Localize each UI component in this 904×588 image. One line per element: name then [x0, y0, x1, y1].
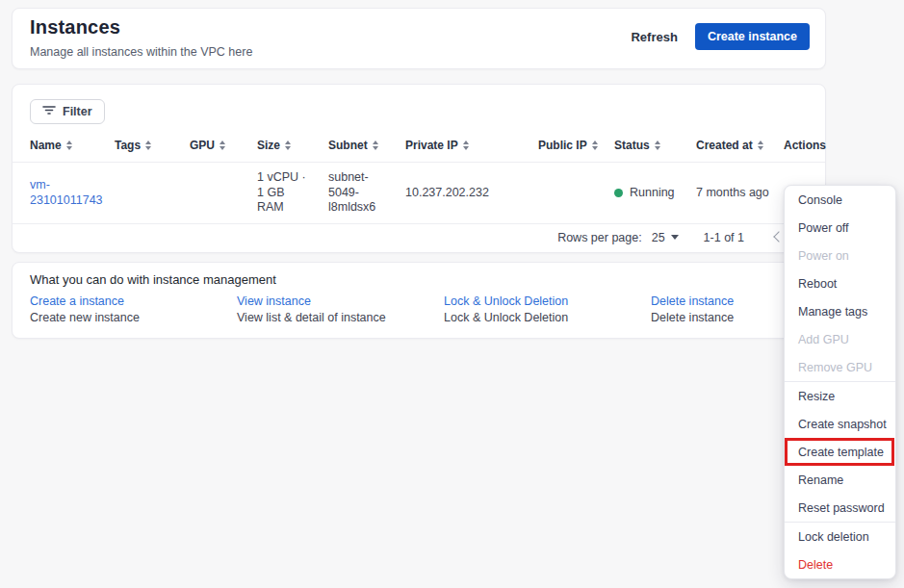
page-subtitle: Manage all instances within the VPC here [30, 45, 252, 59]
menu-item-label: Rename [798, 473, 843, 487]
col-header-actions: Actions [784, 139, 826, 152]
rows-per-page-label: Rows per page: [557, 231, 642, 244]
sort-icon [145, 141, 151, 150]
filter-icon [42, 105, 56, 118]
menu-item-label: Create template [798, 446, 884, 459]
cell-status: Running [614, 186, 696, 201]
view-instance-link[interactable]: View instance [237, 294, 444, 310]
col-header-tags[interactable]: Tags [115, 139, 190, 152]
col-label: Subnet [328, 139, 368, 152]
table-row: vm-23101011743 1 vCPU · 1 GB RAM subnet-… [13, 163, 825, 224]
cell-private-ip: 10.237.202.232 [405, 186, 538, 201]
help-item-desc: View list & detail of instance [237, 311, 386, 324]
help-item-desc: Create new instance [30, 311, 140, 324]
rows-per-page-value: 25 [652, 231, 665, 244]
instances-table-card: Filter Name Tags GPU Size Subnet Private… [12, 84, 826, 253]
menu-item-lock-deletion[interactable]: Lock deletion [785, 523, 895, 550]
help-item-lock: Lock & Unlock Deletion Lock & Unlock Del… [444, 294, 651, 326]
menu-item-reboot[interactable]: Reboot [785, 269, 895, 297]
menu-item-label: Lock deletion [798, 530, 869, 544]
table-header-row: Name Tags GPU Size Subnet Private IP Pub… [13, 129, 825, 163]
filter-button[interactable]: Filter [30, 99, 105, 124]
menu-item-label: Power off [798, 221, 849, 235]
col-label: Actions [784, 139, 826, 152]
col-header-size[interactable]: Size [257, 139, 328, 152]
sort-icon [655, 141, 660, 150]
refresh-button[interactable]: Refresh [627, 24, 681, 50]
menu-item-power-on: Power on [785, 242, 895, 269]
menu-item-reset-password[interactable]: Reset password [785, 494, 895, 522]
help-item-desc: Lock & Unlock Deletion [444, 311, 568, 324]
cell-name: vm-23101011743 [30, 178, 90, 208]
help-section-title: What you can do with instance management [30, 272, 276, 287]
menu-item-manage-tags[interactable]: Manage tags [785, 297, 895, 325]
help-item-desc: Delete instance [651, 311, 734, 324]
rows-per-page: Rows per page: 25 [557, 231, 678, 244]
menu-item-delete[interactable]: Delete [785, 550, 895, 578]
help-item-create: Create a instance Create new instance [30, 294, 237, 326]
sort-icon [463, 141, 469, 150]
help-item-view: View instance View list & detail of inst… [237, 294, 444, 326]
chevron-down-icon [671, 235, 679, 240]
create-instance-link[interactable]: Create a instance [30, 294, 237, 310]
pagination-range: 1-1 of 1 [704, 231, 744, 244]
menu-item-label: Manage tags [798, 305, 867, 319]
help-card: What you can do with instance management… [12, 262, 826, 339]
col-label: Private IP [405, 139, 458, 152]
menu-item-rename[interactable]: Rename [785, 466, 895, 494]
cell-created-at: 7 months ago [696, 186, 784, 201]
create-instance-button[interactable]: Create instance [695, 23, 810, 50]
menu-item-label: Console [798, 193, 842, 207]
col-label: Tags [115, 139, 141, 152]
menu-item-remove-gpu: Remove GPU [785, 353, 895, 381]
page-header-card: Instances Manage all instances within th… [12, 8, 826, 69]
col-header-status[interactable]: Status [614, 139, 696, 152]
menu-item-label: Power on [798, 249, 849, 263]
menu-item-label: Delete [798, 558, 833, 572]
filter-button-label: Filter [63, 105, 92, 118]
instance-actions-menu: Console Power off Power on Reboot Manage… [784, 185, 896, 579]
chevron-left-icon [773, 231, 784, 242]
sort-icon [592, 141, 598, 150]
col-header-private-ip[interactable]: Private IP [405, 139, 538, 152]
cell-size: 1 vCPU · 1 GB RAM [257, 170, 317, 216]
instance-name-link[interactable]: vm-23101011743 [30, 178, 103, 207]
menu-item-add-gpu: Add GPU [785, 325, 895, 353]
col-header-public-ip[interactable]: Public IP [538, 139, 614, 152]
sort-icon [758, 141, 763, 150]
col-header-name[interactable]: Name [30, 139, 115, 152]
col-header-created-at[interactable]: Created at [696, 139, 784, 152]
page-title: Instances [30, 16, 120, 38]
col-header-gpu[interactable]: GPU [190, 139, 257, 152]
menu-item-create-snapshot[interactable]: Create snapshot [785, 410, 895, 438]
sort-icon [66, 141, 72, 150]
lock-unlock-deletion-link[interactable]: Lock & Unlock Deletion [444, 294, 651, 310]
menu-item-label: Add GPU [798, 333, 849, 346]
col-header-subnet[interactable]: Subnet [328, 139, 405, 152]
menu-item-label: Reboot [798, 277, 837, 291]
status-label: Running [630, 186, 675, 201]
col-label: Status [614, 139, 650, 152]
sort-icon [220, 141, 225, 150]
pagination-bar: Rows per page: 25 1-1 of 1 [13, 222, 825, 252]
menu-item-resize[interactable]: Resize [785, 382, 895, 410]
cell-subnet: subnet-5049-l8mldsx6 [328, 170, 388, 216]
menu-item-console[interactable]: Console [785, 186, 895, 214]
col-label: GPU [190, 139, 215, 152]
menu-item-label: Resize [798, 390, 835, 403]
col-label: Created at [696, 139, 753, 152]
menu-item-label: Remove GPU [798, 361, 872, 374]
col-label: Size [257, 139, 280, 152]
sort-icon [373, 141, 378, 150]
rows-per-page-select[interactable]: 25 [652, 231, 679, 244]
help-links-grid: Create a instance Create new instance Vi… [30, 294, 815, 326]
header-actions: Refresh Create instance [627, 23, 810, 50]
col-label: Public IP [538, 139, 587, 152]
status-running-dot [614, 189, 623, 197]
menu-item-power-off[interactable]: Power off [785, 214, 895, 242]
col-label: Name [30, 139, 62, 152]
menu-item-label: Create snapshot [798, 418, 887, 431]
menu-item-create-template[interactable]: Create template [785, 438, 895, 466]
sort-icon [285, 141, 291, 150]
menu-item-label: Reset password [798, 501, 885, 515]
